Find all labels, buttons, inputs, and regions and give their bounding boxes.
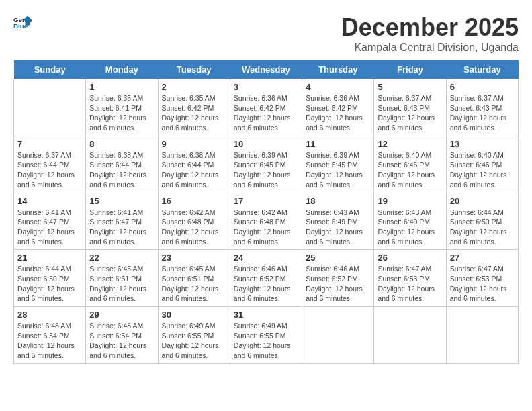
cell-details: Sunrise: 6:35 AMSunset: 6:42 PMDaylight:… bbox=[162, 93, 226, 133]
cell-details: Sunrise: 6:44 AMSunset: 6:50 PMDaylight:… bbox=[17, 264, 82, 304]
calendar-cell: 27 Sunrise: 6:47 AMSunset: 6:53 PMDaylig… bbox=[446, 250, 518, 307]
calendar-cell: 20 Sunrise: 6:44 AMSunset: 6:50 PMDaylig… bbox=[446, 193, 518, 250]
cell-details: Sunrise: 6:37 AMSunset: 6:43 PMDaylight:… bbox=[450, 93, 515, 133]
calendar-cell: 23 Sunrise: 6:45 AMSunset: 6:51 PMDaylig… bbox=[158, 250, 230, 307]
date-number: 20 bbox=[450, 196, 515, 206]
cell-details: Sunrise: 6:43 AMSunset: 6:49 PMDaylight:… bbox=[378, 208, 442, 247]
cell-details: Sunrise: 6:39 AMSunset: 6:45 PMDaylight:… bbox=[234, 150, 298, 190]
calendar-cell bbox=[374, 307, 446, 364]
cell-details: Sunrise: 6:41 AMSunset: 6:47 PMDaylight:… bbox=[89, 208, 154, 247]
date-number: 27 bbox=[450, 253, 515, 263]
cell-details: Sunrise: 6:37 AMSunset: 6:44 PMDaylight:… bbox=[17, 150, 82, 190]
day-header-sunday: Sunday bbox=[14, 60, 86, 79]
date-number: 17 bbox=[234, 196, 298, 206]
cell-details: Sunrise: 6:42 AMSunset: 6:48 PMDaylight:… bbox=[162, 208, 226, 247]
calendar-cell: 17 Sunrise: 6:42 AMSunset: 6:48 PMDaylig… bbox=[230, 193, 302, 250]
cell-details: Sunrise: 6:36 AMSunset: 6:42 PMDaylight:… bbox=[306, 93, 370, 133]
calendar-cell: 19 Sunrise: 6:43 AMSunset: 6:49 PMDaylig… bbox=[374, 193, 446, 250]
calendar-cell: 9 Sunrise: 6:38 AMSunset: 6:44 PMDayligh… bbox=[158, 136, 230, 193]
calendar-cell: 12 Sunrise: 6:40 AMSunset: 6:46 PMDaylig… bbox=[374, 136, 446, 193]
date-number: 8 bbox=[89, 139, 154, 149]
cell-details: Sunrise: 6:35 AMSunset: 6:41 PMDaylight:… bbox=[89, 93, 154, 133]
date-number: 31 bbox=[234, 310, 298, 320]
cell-details: Sunrise: 6:39 AMSunset: 6:45 PMDaylight:… bbox=[306, 150, 370, 190]
subtitle: Kampala Central Division, Uganda bbox=[341, 42, 519, 54]
date-number: 15 bbox=[89, 196, 154, 206]
calendar-cell: 8 Sunrise: 6:38 AMSunset: 6:44 PMDayligh… bbox=[86, 136, 158, 193]
calendar-cell: 18 Sunrise: 6:43 AMSunset: 6:49 PMDaylig… bbox=[302, 193, 374, 250]
calendar-header: SundayMondayTuesdayWednesdayThursdayFrid… bbox=[14, 60, 519, 79]
main-title: December 2025 bbox=[341, 13, 519, 42]
date-number: 23 bbox=[162, 253, 226, 263]
calendar-cell: 1 Sunrise: 6:35 AMSunset: 6:41 PMDayligh… bbox=[86, 79, 158, 136]
calendar-cell: 28 Sunrise: 6:48 AMSunset: 6:54 PMDaylig… bbox=[14, 307, 86, 364]
cell-details: Sunrise: 6:36 AMSunset: 6:42 PMDaylight:… bbox=[234, 93, 298, 133]
date-number: 24 bbox=[234, 253, 298, 263]
calendar-cell: 22 Sunrise: 6:45 AMSunset: 6:51 PMDaylig… bbox=[86, 250, 158, 307]
calendar-cell: 2 Sunrise: 6:35 AMSunset: 6:42 PMDayligh… bbox=[158, 79, 230, 136]
date-number: 18 bbox=[306, 196, 370, 206]
page-container: General Blue December 2025 Kampala Centr… bbox=[13, 13, 519, 364]
week-row-2: 7 Sunrise: 6:37 AMSunset: 6:44 PMDayligh… bbox=[14, 136, 519, 193]
cell-details: Sunrise: 6:48 AMSunset: 6:54 PMDaylight:… bbox=[89, 321, 154, 361]
cell-details: Sunrise: 6:41 AMSunset: 6:47 PMDaylight:… bbox=[17, 208, 82, 247]
calendar-cell: 29 Sunrise: 6:48 AMSunset: 6:54 PMDaylig… bbox=[86, 307, 158, 364]
calendar-cell bbox=[446, 307, 518, 364]
title-area: December 2025 Kampala Central Division, … bbox=[341, 13, 519, 54]
calendar-cell: 6 Sunrise: 6:37 AMSunset: 6:43 PMDayligh… bbox=[446, 79, 518, 136]
calendar-cell: 21 Sunrise: 6:44 AMSunset: 6:50 PMDaylig… bbox=[14, 250, 86, 307]
calendar-cell bbox=[302, 307, 374, 364]
calendar-cell: 10 Sunrise: 6:39 AMSunset: 6:45 PMDaylig… bbox=[230, 136, 302, 193]
cell-details: Sunrise: 6:38 AMSunset: 6:44 PMDaylight:… bbox=[162, 150, 226, 190]
day-header-wednesday: Wednesday bbox=[230, 60, 302, 79]
date-number: 10 bbox=[234, 139, 298, 149]
date-number: 11 bbox=[306, 139, 370, 149]
calendar-cell: 26 Sunrise: 6:47 AMSunset: 6:53 PMDaylig… bbox=[374, 250, 446, 307]
date-number: 14 bbox=[17, 196, 82, 206]
day-header-tuesday: Tuesday bbox=[158, 60, 230, 79]
calendar-cell: 31 Sunrise: 6:49 AMSunset: 6:55 PMDaylig… bbox=[230, 307, 302, 364]
week-row-1: 1 Sunrise: 6:35 AMSunset: 6:41 PMDayligh… bbox=[14, 79, 519, 136]
cell-details: Sunrise: 6:40 AMSunset: 6:46 PMDaylight:… bbox=[378, 150, 442, 190]
calendar-cell: 7 Sunrise: 6:37 AMSunset: 6:44 PMDayligh… bbox=[14, 136, 86, 193]
calendar-cell: 15 Sunrise: 6:41 AMSunset: 6:47 PMDaylig… bbox=[86, 193, 158, 250]
cell-details: Sunrise: 6:38 AMSunset: 6:44 PMDaylight:… bbox=[89, 150, 154, 190]
calendar-cell: 30 Sunrise: 6:49 AMSunset: 6:55 PMDaylig… bbox=[158, 307, 230, 364]
week-row-5: 28 Sunrise: 6:48 AMSunset: 6:54 PMDaylig… bbox=[14, 307, 519, 364]
cell-details: Sunrise: 6:47 AMSunset: 6:53 PMDaylight:… bbox=[450, 264, 515, 304]
calendar-cell: 13 Sunrise: 6:40 AMSunset: 6:46 PMDaylig… bbox=[446, 136, 518, 193]
date-number: 25 bbox=[306, 253, 370, 263]
date-number: 7 bbox=[17, 139, 82, 149]
cell-details: Sunrise: 6:44 AMSunset: 6:50 PMDaylight:… bbox=[450, 208, 515, 247]
calendar-cell: 24 Sunrise: 6:46 AMSunset: 6:52 PMDaylig… bbox=[230, 250, 302, 307]
header-row: SundayMondayTuesdayWednesdayThursdayFrid… bbox=[14, 60, 519, 79]
week-row-3: 14 Sunrise: 6:41 AMSunset: 6:47 PMDaylig… bbox=[14, 193, 519, 250]
header-area: General Blue December 2025 Kampala Centr… bbox=[13, 13, 519, 54]
calendar-body: 1 Sunrise: 6:35 AMSunset: 6:41 PMDayligh… bbox=[14, 79, 519, 364]
day-header-saturday: Saturday bbox=[446, 60, 518, 79]
date-number: 21 bbox=[17, 253, 82, 263]
date-number: 3 bbox=[234, 82, 298, 92]
date-number: 29 bbox=[89, 310, 154, 320]
date-number: 6 bbox=[450, 82, 515, 92]
date-number: 28 bbox=[17, 310, 82, 320]
date-number: 12 bbox=[378, 139, 442, 149]
logo: General Blue bbox=[13, 13, 32, 32]
date-number: 22 bbox=[89, 253, 154, 263]
date-number: 26 bbox=[378, 253, 442, 263]
cell-details: Sunrise: 6:46 AMSunset: 6:52 PMDaylight:… bbox=[306, 264, 370, 304]
calendar-cell bbox=[14, 79, 86, 136]
cell-details: Sunrise: 6:48 AMSunset: 6:54 PMDaylight:… bbox=[17, 321, 82, 361]
date-number: 16 bbox=[162, 196, 226, 206]
day-header-monday: Monday bbox=[86, 60, 158, 79]
calendar-cell: 4 Sunrise: 6:36 AMSunset: 6:42 PMDayligh… bbox=[302, 79, 374, 136]
cell-details: Sunrise: 6:45 AMSunset: 6:51 PMDaylight:… bbox=[89, 264, 154, 304]
cell-details: Sunrise: 6:49 AMSunset: 6:55 PMDaylight:… bbox=[234, 321, 298, 361]
cell-details: Sunrise: 6:43 AMSunset: 6:49 PMDaylight:… bbox=[306, 208, 370, 247]
cell-details: Sunrise: 6:46 AMSunset: 6:52 PMDaylight:… bbox=[234, 264, 298, 304]
date-number: 5 bbox=[378, 82, 442, 92]
date-number: 19 bbox=[378, 196, 442, 206]
calendar-table: SundayMondayTuesdayWednesdayThursdayFrid… bbox=[13, 60, 519, 364]
calendar-cell: 16 Sunrise: 6:42 AMSunset: 6:48 PMDaylig… bbox=[158, 193, 230, 250]
cell-details: Sunrise: 6:49 AMSunset: 6:55 PMDaylight:… bbox=[162, 321, 226, 361]
